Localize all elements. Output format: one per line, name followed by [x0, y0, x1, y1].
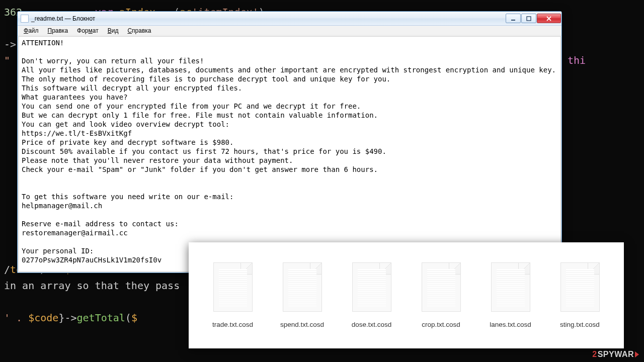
- titlebar[interactable]: _readme.txt — Блокнот: [18, 12, 561, 26]
- file-item[interactable]: spend.txt.cosd: [271, 262, 334, 328]
- file-item[interactable]: lanes.txt.cosd: [479, 262, 542, 328]
- menubar: Файл Правка Формат Вид Справка: [18, 26, 561, 36]
- notepad-body[interactable]: ATTENTION! Don't worry, you can return a…: [18, 36, 561, 272]
- file-label: trade.txt.cosd: [212, 321, 253, 328]
- menu-file[interactable]: Файл: [20, 27, 43, 35]
- file-label: dose.txt.cosd: [352, 321, 392, 328]
- close-icon: [546, 16, 552, 21]
- arrow-icon: [635, 351, 639, 357]
- files-panel: trade.txt.cosd spend.txt.cosd dose.txt.c…: [189, 242, 624, 348]
- maximize-icon: [526, 16, 531, 21]
- watermark: 2SPYWAR: [592, 350, 639, 359]
- file-label: sting.txt.cosd: [560, 321, 600, 328]
- watermark-prefix: 2: [592, 350, 597, 359]
- file-icon: [213, 262, 253, 312]
- minimize-icon: [511, 16, 516, 21]
- minimize-button[interactable]: [506, 14, 521, 23]
- menu-format[interactable]: Формат: [73, 27, 103, 35]
- file-label: lanes.txt.cosd: [490, 321, 531, 328]
- svg-rect-1: [527, 17, 531, 21]
- notepad-icon: [21, 15, 29, 23]
- maximize-button[interactable]: [521, 14, 536, 23]
- file-item[interactable]: dose.txt.cosd: [340, 262, 403, 328]
- file-label: crop.txt.cosd: [422, 321, 460, 328]
- file-icon: [422, 262, 461, 312]
- file-icon: [491, 262, 530, 312]
- menu-edit[interactable]: Правка: [44, 27, 72, 35]
- menu-help[interactable]: Справка: [123, 27, 155, 35]
- file-icon: [352, 262, 391, 312]
- svg-rect-0: [511, 20, 515, 21]
- file-icon: [560, 262, 600, 312]
- file-item[interactable]: sting.txt.cosd: [548, 262, 611, 328]
- close-button[interactable]: [537, 14, 561, 23]
- file-item[interactable]: trade.txt.cosd: [201, 262, 264, 328]
- window-title: _readme.txt — Блокнот: [31, 15, 506, 22]
- file-item[interactable]: crop.txt.cosd: [410, 262, 472, 328]
- notepad-window: _readme.txt — Блокнот Файл Правка Формат…: [17, 11, 562, 273]
- window-controls: [506, 14, 561, 23]
- file-icon: [283, 262, 322, 312]
- file-label: spend.txt.cosd: [280, 321, 324, 328]
- watermark-text: SPYWAR: [598, 350, 634, 359]
- menu-view[interactable]: Вид: [104, 27, 123, 35]
